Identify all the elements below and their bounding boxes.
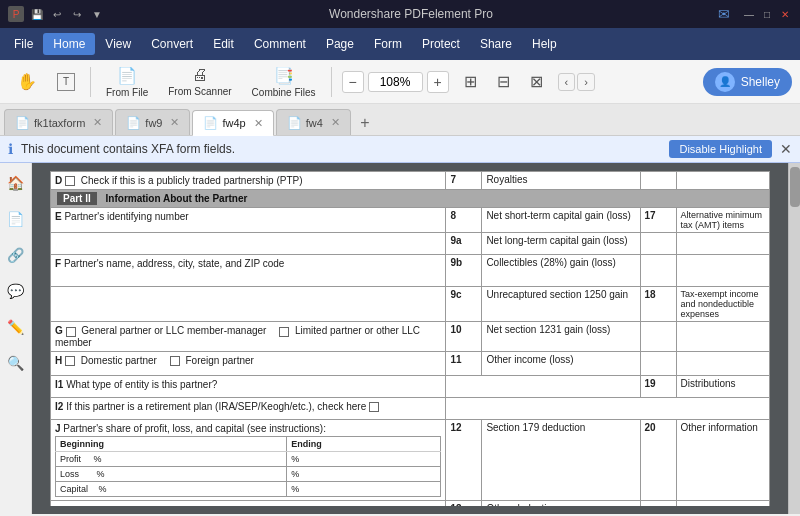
sidebar-bookmark-icon[interactable]: 🔗 — [4, 243, 28, 267]
sidebar-home-icon[interactable]: 🏠 — [4, 171, 28, 195]
right-scrollbar[interactable] — [788, 163, 800, 514]
maximize-btn[interactable]: □ — [760, 7, 774, 21]
row-g-checkbox1[interactable] — [66, 327, 76, 337]
sidebar-comment-icon[interactable]: 💬 — [4, 279, 28, 303]
table-row: G General partner or LLC member-manager … — [51, 322, 446, 351]
menu-file[interactable]: File — [4, 33, 43, 55]
combine-files-btn[interactable]: 📑 Combine Files — [243, 63, 325, 101]
col-content-empty — [676, 172, 770, 190]
zoom-display[interactable]: 108% — [368, 72, 423, 92]
avatar-icon: 👤 — [719, 76, 731, 87]
table-row: I2 If this partner is a retirement plan … — [51, 397, 446, 419]
info-close-btn[interactable]: ✕ — [780, 141, 792, 157]
row-g-label: G — [55, 325, 63, 336]
actual-size-btn[interactable]: ⊠ — [521, 63, 552, 101]
new-tab-btn[interactable]: + — [353, 111, 377, 135]
minimize-btn[interactable]: — — [742, 7, 756, 21]
close-window-btn[interactable]: ✕ — [778, 7, 792, 21]
row-g-checkbox2[interactable] — [279, 327, 289, 337]
sidebar-edit-icon[interactable]: ✏️ — [4, 315, 28, 339]
toolbar: ✋ T 📄 From File 🖨 From Scanner 📑 Combine… — [0, 60, 800, 104]
row-d-checkbox[interactable] — [65, 176, 75, 186]
menu-form[interactable]: Form — [364, 33, 412, 55]
quick-access-btn[interactable]: ▼ — [90, 7, 104, 21]
scroll-thumb[interactable] — [790, 167, 800, 207]
row-h-text2: Foreign partner — [186, 355, 254, 366]
col-content-10: Net section 1231 gain (loss) — [482, 322, 640, 351]
row-f-text: Partner's name, address, city, state, an… — [64, 258, 285, 269]
col-num-12: 12 — [446, 419, 482, 500]
col-11-right-content — [676, 351, 770, 375]
tab-icon-2: 📄 — [126, 116, 141, 130]
tab-icon-3: 📄 — [203, 116, 218, 130]
fit-width-btn[interactable]: ⊟ — [488, 63, 519, 101]
tab-close-4[interactable]: ✕ — [331, 116, 340, 129]
zoom-controls: − 108% + — [342, 71, 449, 93]
col-num-9a: 9a — [446, 233, 482, 255]
hand-tool-btn[interactable]: ✋ — [8, 63, 46, 101]
menu-edit[interactable]: Edit — [203, 33, 244, 55]
col-num-19: 19 — [640, 375, 676, 397]
col-content-9a: Net long-term capital gain (loss) — [482, 233, 640, 255]
tab-icon-4: 📄 — [287, 116, 302, 130]
col-content-9c: Unrecaptured section 1250 gain — [482, 287, 640, 322]
app-icon: P — [8, 6, 24, 22]
tab-fw4[interactable]: 📄 fw4 ✕ — [276, 109, 351, 135]
tab-fk1taxform[interactable]: 📄 fk1taxform ✕ — [4, 109, 113, 135]
next-page-btn[interactable]: › — [577, 73, 595, 91]
menu-share[interactable]: Share — [470, 33, 522, 55]
tab-fw9[interactable]: 📄 fw9 ✕ — [115, 109, 190, 135]
window-controls: ✉ — □ ✕ — [718, 6, 792, 22]
tab-close-1[interactable]: ✕ — [93, 116, 102, 129]
col-11-right-num — [640, 351, 676, 375]
undo-btn[interactable]: ↩ — [50, 7, 64, 21]
zoom-plus-btn[interactable]: + — [427, 71, 449, 93]
from-file-btn[interactable]: 📄 From File — [97, 63, 157, 101]
user-account-btn[interactable]: 👤 Shelley — [703, 68, 792, 96]
menu-comment[interactable]: Comment — [244, 33, 316, 55]
sidebar-search-icon[interactable]: 🔍 — [4, 351, 28, 375]
menu-home[interactable]: Home — [43, 33, 95, 55]
redo-btn[interactable]: ↪ — [70, 7, 84, 21]
col-content-19: Distributions — [676, 375, 770, 397]
row-h-checkbox1[interactable] — [65, 356, 75, 366]
table-row — [51, 287, 446, 322]
tab-close-3[interactable]: ✕ — [254, 117, 263, 130]
col-num-18: 18 — [640, 287, 676, 322]
j-loss-label: Loss % — [56, 466, 287, 481]
col-9b-right-num — [640, 255, 676, 287]
pdf-content-area: D Check if this is a publicly traded par… — [32, 163, 788, 514]
from-scanner-label: From Scanner — [168, 86, 231, 97]
sidebar-pages-icon[interactable]: 📄 — [4, 207, 28, 231]
zoom-minus-btn[interactable]: − — [342, 71, 364, 93]
j-profit-label: Profit % — [56, 451, 287, 466]
prev-page-btn[interactable]: ‹ — [558, 73, 576, 91]
row-i2-checkbox[interactable] — [369, 402, 379, 412]
part-ii-label: Part II — [57, 192, 97, 205]
menu-view[interactable]: View — [95, 33, 141, 55]
tab-fw4p[interactable]: 📄 fw4p ✕ — [192, 110, 273, 136]
menu-protect[interactable]: Protect — [412, 33, 470, 55]
col-i1-empty — [446, 375, 640, 397]
col-num-11: 11 — [446, 351, 482, 375]
text-select-btn[interactable]: T — [48, 63, 84, 101]
save-btn[interactable]: 💾 — [30, 7, 44, 21]
j-loss-end: % — [287, 466, 441, 481]
menu-convert[interactable]: Convert — [141, 33, 203, 55]
col-content-9b: Collectibles (28%) gain (loss) — [482, 255, 640, 287]
row-i1-label: I1 — [55, 379, 63, 390]
fit-page-btn[interactable]: ⊞ — [455, 63, 486, 101]
combine-icon: 📑 — [274, 66, 294, 85]
info-message: This document contains XFA form fields. — [21, 142, 661, 156]
col-num-9b: 9b — [446, 255, 482, 287]
menu-help[interactable]: Help — [522, 33, 567, 55]
row-h-checkbox2[interactable] — [170, 356, 180, 366]
col-content-12: Section 179 deduction — [482, 419, 640, 500]
disable-highlight-btn[interactable]: Disable Highlight — [669, 140, 772, 158]
pdf-form-table: D Check if this is a publicly traded par… — [50, 171, 770, 506]
from-scanner-btn[interactable]: 🖨 From Scanner — [159, 63, 240, 101]
menu-page[interactable]: Page — [316, 33, 364, 55]
tab-close-2[interactable]: ✕ — [170, 116, 179, 129]
j-sub-header-begin: Beginning — [56, 436, 287, 451]
col-num-empty — [640, 172, 676, 190]
